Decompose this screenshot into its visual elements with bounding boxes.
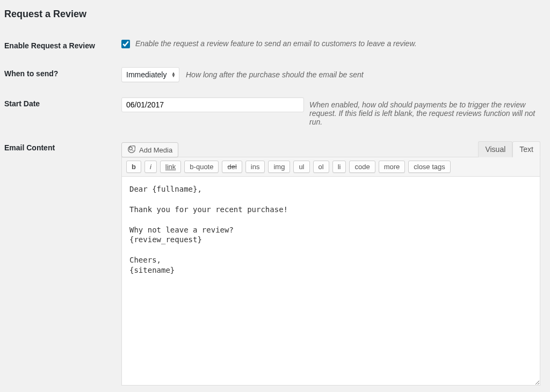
select-arrows-icon: ▲▼ [171, 72, 176, 77]
qt-more[interactable]: more [379, 161, 406, 173]
quicktags-toolbar: b i link b-quote del ins img ul ol li co… [121, 157, 540, 176]
email-content-label: Email Content [4, 134, 121, 392]
start-date-label: Start Date [4, 90, 121, 134]
enable-checkbox[interactable] [121, 40, 130, 48]
add-media-label: Add Media [139, 146, 172, 154]
page-title: Request a Review [4, 9, 546, 20]
enable-description: Enable the request a review feature to s… [135, 39, 417, 48]
start-date-input[interactable] [121, 97, 304, 112]
tab-text[interactable]: Text [512, 141, 540, 157]
when-description: How long after the purchase should the e… [186, 70, 364, 79]
email-content-textarea[interactable] [121, 176, 540, 386]
when-select[interactable]: Immediately ▲▼ [121, 67, 179, 82]
add-media-button[interactable]: Add Media [121, 142, 178, 157]
qt-ol[interactable]: ol [313, 161, 329, 173]
qt-bquote[interactable]: b-quote [184, 161, 219, 173]
start-date-description: When enabled, how old should payments be… [309, 100, 540, 126]
enable-label: Enable Request a Review [4, 32, 121, 60]
media-icon [127, 145, 136, 155]
qt-bold[interactable]: b [126, 161, 141, 173]
qt-code[interactable]: code [349, 161, 375, 173]
qt-ins[interactable]: ins [245, 161, 265, 173]
enable-checkbox-wrap[interactable]: Enable the request a review feature to s… [121, 39, 417, 48]
tab-visual[interactable]: Visual [478, 141, 512, 157]
when-label: When to send? [4, 60, 121, 90]
qt-del[interactable]: del [222, 161, 242, 173]
qt-ul[interactable]: ul [293, 161, 309, 173]
when-select-value: Immediately [126, 70, 167, 79]
qt-italic[interactable]: i [144, 161, 157, 173]
qt-link[interactable]: link [160, 161, 182, 173]
svg-point-0 [129, 147, 133, 150]
qt-close-tags[interactable]: close tags [408, 161, 451, 173]
qt-img[interactable]: img [268, 161, 290, 173]
qt-li[interactable]: li [332, 161, 346, 173]
